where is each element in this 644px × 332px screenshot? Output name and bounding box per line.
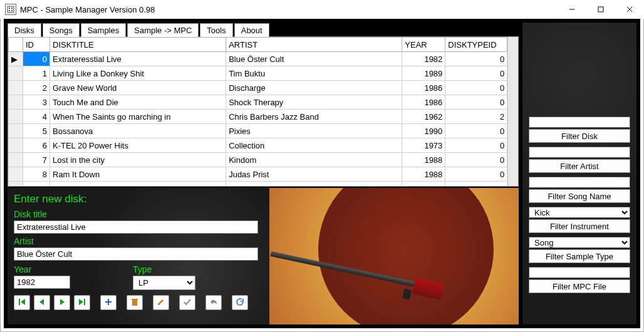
table-row[interactable]: 2 Grave New WorldDischarge 19860 bbox=[9, 81, 507, 95]
form-heading: Enter new disk: bbox=[14, 193, 263, 205]
table-row[interactable]: ▶ 0 Extrateresstial LiveBlue Öster Cult … bbox=[9, 52, 507, 66]
edit-icon bbox=[157, 298, 165, 308]
filter-sampletype-button[interactable]: Filter Sample Type bbox=[529, 249, 630, 263]
filter-disk-button[interactable]: Filter Disk bbox=[529, 129, 630, 143]
record-nav-toolbar bbox=[14, 295, 263, 310]
next-button[interactable] bbox=[54, 295, 70, 310]
row-indicator bbox=[9, 182, 23, 187]
table-row[interactable]: 5 BossanovaPixies 19900 bbox=[9, 124, 507, 138]
row-indicator: ▶ bbox=[9, 52, 23, 66]
table-row[interactable]: 4 When The Saints go marching inChris Ba… bbox=[9, 110, 507, 124]
year-label: Year bbox=[14, 264, 70, 274]
row-indicator bbox=[9, 95, 23, 110]
filter-panel: Filter Disk Filter Artist Filter Song Na… bbox=[522, 23, 636, 324]
refresh-icon bbox=[236, 298, 244, 308]
sampletype-select[interactable]: Song bbox=[529, 237, 630, 248]
row-indicator bbox=[9, 66, 23, 81]
row-indicator bbox=[9, 153, 23, 167]
disks-grid[interactable]: IDDISKTITLEARTISTYEARDISKTYPEID ▶ 0 Extr… bbox=[8, 36, 519, 187]
row-indicator bbox=[9, 167, 23, 182]
filter-song-button[interactable]: Filter Song Name bbox=[529, 189, 630, 203]
preview-image bbox=[269, 188, 519, 324]
svg-rect-0 bbox=[8, 6, 14, 13]
window-title: MPC - Sample Manager Version 0.98 bbox=[20, 5, 558, 14]
col-disktitle[interactable]: DISKTITLE bbox=[50, 38, 226, 52]
filter-instrument-button[interactable]: Filter Instrument bbox=[529, 219, 630, 233]
table-row[interactable]: 7 Lost in the cityKindom 19880 bbox=[9, 153, 507, 167]
row-indicator bbox=[9, 110, 23, 124]
table-row[interactable]: 3 Touch Me and DieShock Therapy 19860 bbox=[9, 95, 507, 110]
tab-sample-mpc[interactable]: Sample -> MPC bbox=[127, 23, 199, 37]
filter-artist-input[interactable] bbox=[529, 147, 630, 158]
client-area: DisksSongsSamplesSample -> MPCToolsAbout… bbox=[4, 19, 640, 328]
minimize-button[interactable] bbox=[558, 0, 586, 19]
svg-rect-2 bbox=[11, 8, 13, 9]
row-indicator bbox=[9, 81, 23, 95]
instrument-select[interactable]: Kick bbox=[529, 207, 630, 218]
type-label: Type bbox=[133, 264, 195, 274]
close-button[interactable] bbox=[615, 0, 644, 19]
next-icon bbox=[58, 298, 66, 308]
last-icon bbox=[78, 298, 86, 308]
svg-rect-3 bbox=[9, 10, 10, 11]
grid-scrollbar[interactable] bbox=[507, 37, 518, 186]
tab-disks[interactable]: Disks bbox=[8, 23, 41, 37]
artist-label: Artist bbox=[14, 236, 263, 246]
tab-samples[interactable]: Samples bbox=[81, 23, 127, 37]
col-disktypeid[interactable]: DISKTYPEID bbox=[445, 38, 507, 52]
filter-artist-button[interactable]: Filter Artist bbox=[529, 159, 630, 173]
svg-rect-4 bbox=[11, 10, 13, 11]
year-input[interactable] bbox=[14, 276, 70, 289]
delete-icon bbox=[130, 298, 139, 308]
tab-strip: DisksSongsSamplesSample -> MPCToolsAbout bbox=[8, 23, 519, 36]
filter-mpc-button[interactable]: Filter MPC File bbox=[529, 279, 630, 293]
prev-icon bbox=[38, 298, 46, 308]
row-indicator bbox=[9, 124, 23, 138]
prev-button[interactable] bbox=[34, 295, 50, 310]
confirm-icon bbox=[183, 298, 192, 308]
undo-icon bbox=[209, 298, 218, 308]
tab-tools[interactable]: Tools bbox=[200, 23, 232, 37]
table-row[interactable]: 8 Ram It DownJudas Prist 19880 bbox=[9, 167, 507, 182]
app-window: MPC - Sample Manager Version 0.98 DisksS… bbox=[0, 0, 644, 332]
maximize-button[interactable] bbox=[586, 0, 615, 19]
table-row[interactable]: 9 The Peel SessionJoy Division 18861 bbox=[9, 182, 507, 187]
tab-songs[interactable]: Songs bbox=[43, 23, 80, 37]
tab-about[interactable]: About bbox=[234, 23, 269, 37]
row-indicator bbox=[9, 138, 23, 153]
filter-song-input[interactable] bbox=[529, 177, 630, 188]
col-id[interactable]: ID bbox=[23, 38, 50, 52]
edit-form: Enter new disk: Disk title Artist Year T… bbox=[8, 188, 269, 324]
add-icon bbox=[104, 298, 113, 308]
svg-rect-1 bbox=[9, 8, 10, 9]
disk-title-label: Disk title bbox=[14, 209, 263, 219]
disk-title-input[interactable] bbox=[14, 220, 258, 234]
type-select[interactable]: LP bbox=[133, 276, 195, 290]
undo-button[interactable] bbox=[205, 295, 222, 310]
table-row[interactable]: 1 Living Like a Donkey ShitTim Buktu 198… bbox=[9, 66, 507, 81]
add-button[interactable] bbox=[100, 295, 117, 310]
filter-disk-input[interactable] bbox=[529, 117, 630, 128]
svg-rect-6 bbox=[598, 7, 603, 12]
title-bar: MPC - Sample Manager Version 0.98 bbox=[0, 0, 644, 19]
first-button[interactable] bbox=[14, 295, 30, 310]
confirm-button[interactable] bbox=[179, 295, 195, 310]
col-year[interactable]: YEAR bbox=[402, 38, 445, 52]
first-icon bbox=[18, 298, 26, 308]
artist-input[interactable] bbox=[14, 247, 258, 261]
delete-button[interactable] bbox=[127, 295, 143, 310]
last-button[interactable] bbox=[74, 295, 90, 310]
edit-button[interactable] bbox=[153, 295, 169, 310]
table-row[interactable]: 6 K-TEL 20 Power HitsCollection 19730 bbox=[9, 138, 507, 153]
col-artist[interactable]: ARTIST bbox=[226, 38, 402, 52]
filter-mpc-input[interactable] bbox=[529, 267, 630, 278]
app-icon bbox=[5, 4, 16, 15]
refresh-button[interactable] bbox=[232, 295, 248, 310]
